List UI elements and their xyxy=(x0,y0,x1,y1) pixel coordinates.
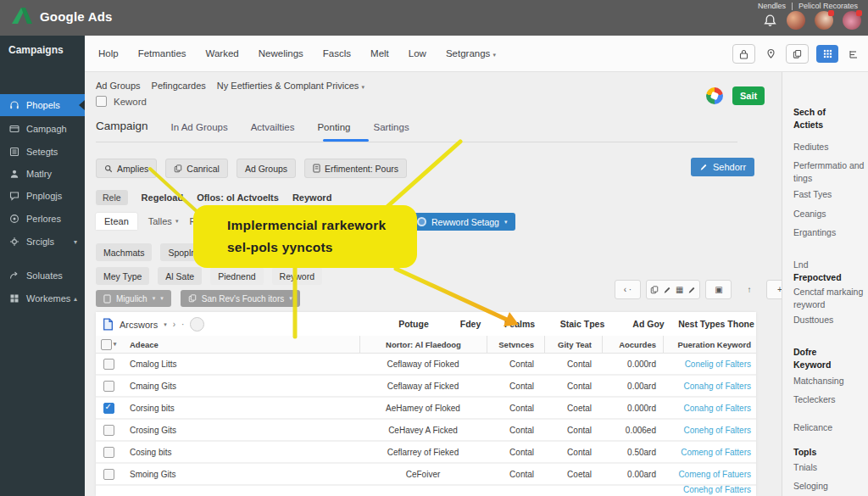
row-link[interactable]: Conahg of Falters xyxy=(684,382,752,391)
row-link[interactable]: Conehg of Falters xyxy=(684,426,752,435)
row-checkbox[interactable] xyxy=(103,425,114,436)
column-staic-tpes[interactable]: Staic Tpes xyxy=(560,319,605,329)
frame-button[interactable]: ▣ xyxy=(705,280,732,299)
column-ad-goy[interactable]: Ad Goy xyxy=(632,319,664,329)
menu-item-newelings[interactable]: Newelings xyxy=(259,48,303,59)
migulich-button[interactable]: Migulich ▾ ▾ xyxy=(96,290,171,307)
machmats-chip[interactable]: Machmats xyxy=(96,243,152,261)
column-nest-types[interactable]: Nest Types Thone xyxy=(678,319,754,329)
footer-link[interactable]: Conehg of Fatters xyxy=(683,485,751,494)
rp-item-tnials[interactable]: Tnials xyxy=(793,461,817,474)
rp-item-rediutes[interactable]: Rediutes xyxy=(793,141,828,153)
al-sate-chip[interactable]: Al Sate xyxy=(158,267,202,285)
rp-item-ergantings[interactable]: Ergantings xyxy=(793,226,836,239)
menu-item-warked[interactable]: Warked xyxy=(206,48,239,59)
apps-grid-button[interactable] xyxy=(816,45,838,63)
pin-button[interactable] xyxy=(763,45,778,63)
rp-item-lnd[interactable]: Lnd xyxy=(793,259,809,271)
column-aocurdes[interactable]: Aocurdes xyxy=(602,336,663,353)
sait-button[interactable]: Sait xyxy=(732,86,765,105)
avatar[interactable] xyxy=(787,11,805,30)
breadcrumb-privices-dropdown[interactable]: Ny Eetfierties & Complant Privices ▾ xyxy=(217,81,364,91)
amplies-chip[interactable]: Amplies xyxy=(96,159,157,178)
tab-ponting[interactable]: Ponting xyxy=(317,122,350,140)
rp-item-matchansing[interactable]: Matchansing xyxy=(793,375,844,387)
talles-dropdown[interactable]: Talles▾ xyxy=(148,216,179,226)
sidebar-item-pnplogjs[interactable]: Pnplogjs xyxy=(0,185,85,207)
rp-item-relicance[interactable]: Relicance xyxy=(793,421,832,434)
avatar[interactable] xyxy=(815,11,833,30)
sidebar-item-soluates[interactable]: Soluates xyxy=(0,265,85,287)
menu-item-holp[interactable]: Holp xyxy=(98,48,119,59)
rp-item-cenctaf[interactable]: Cenctaf markaing reyword xyxy=(793,286,863,311)
reyword-chip[interactable]: Reyword xyxy=(272,267,322,285)
sidebar-item-campagh[interactable]: Campagh xyxy=(0,118,85,140)
menu-dropdown-setgrangs[interactable]: Setgrangs ▾ xyxy=(446,48,496,59)
keword-checkbox[interactable] xyxy=(96,96,107,107)
rp-item-ceanigs[interactable]: Ceanigs xyxy=(793,208,826,220)
column-potuge[interactable]: Potuge xyxy=(398,319,429,329)
rp-item-tecleckers[interactable]: Tecleckers xyxy=(793,393,836,406)
column-fdey[interactable]: Fdey xyxy=(460,319,481,329)
regeload-filter[interactable]: Regeload xyxy=(142,192,184,203)
sidebar-item-srcigls[interactable]: Srcigls ▾ xyxy=(0,231,85,253)
rp-item-topls[interactable]: Topls xyxy=(793,446,816,459)
column-fealms[interactable]: Fealms xyxy=(504,319,535,329)
rp-item-frepoctved[interactable]: Frepoctved xyxy=(793,271,842,284)
canrical-chip[interactable]: Canrical xyxy=(165,159,228,178)
bell-icon[interactable] xyxy=(763,14,777,28)
column-adeace[interactable]: Adeace xyxy=(121,336,359,353)
sidebar-item-setegts[interactable]: Setegts xyxy=(0,141,85,163)
column-pueration[interactable]: Pueration Keyword xyxy=(663,336,756,353)
column-setvnces[interactable]: Setvnces xyxy=(487,336,544,353)
breadcrumb-pefingcardes[interactable]: Pefingcardes xyxy=(152,81,206,91)
copy-button[interactable] xyxy=(786,44,809,64)
row-link[interactable]: Comeng of Fatters xyxy=(681,448,751,457)
menu-item-melt[interactable]: Melt xyxy=(370,48,389,59)
row-checkbox[interactable] xyxy=(103,381,114,392)
account-secondary[interactable]: Pelicol Recorates xyxy=(798,2,858,10)
rp-item-sech-of-actiets[interactable]: Sech of Actiets xyxy=(793,106,826,131)
reyword-filter[interactable]: Reyword xyxy=(292,192,331,203)
edit-tools-group[interactable]: ▦ xyxy=(646,280,700,299)
circle-button[interactable] xyxy=(190,317,204,332)
ad-groups-chip[interactable]: Ad Groups xyxy=(236,159,296,178)
rele-chip[interactable]: Rele xyxy=(96,190,128,205)
piednend-chip[interactable]: Piednend xyxy=(210,267,263,285)
tab-actvailties[interactable]: Actvailties xyxy=(251,122,295,140)
account-primary[interactable]: Nendles xyxy=(758,2,786,10)
column-gity-teat[interactable]: Gity Teat xyxy=(544,336,602,353)
rp-item-fast-tyes[interactable]: Fast Tyes xyxy=(793,188,832,201)
sidebar-item-phopels[interactable]: Phopels xyxy=(0,94,85,116)
rp-item-perfermmatio[interactable]: Perfermmatio and tings xyxy=(793,159,864,185)
rewword-setagg-button[interactable]: Rewword Setagg ▾ xyxy=(409,213,515,231)
san-revs-button[interactable]: San Rev's Fouch itors ▾ xyxy=(181,290,300,307)
breadcrumb-ad-groups[interactable]: Ad Groups xyxy=(96,81,141,91)
upload-button[interactable]: ↑ xyxy=(737,281,761,298)
etean-view-tab[interactable]: Etean xyxy=(96,213,137,230)
row-checkbox[interactable] xyxy=(103,447,114,458)
row-link[interactable]: Conahg of Falters xyxy=(684,404,752,413)
column-nortor[interactable]: Nortor: Al Flaedoog xyxy=(359,336,487,353)
sidebar-item-perlores[interactable]: Perlores xyxy=(0,208,85,230)
row-link[interactable]: Comeng of Fatuers xyxy=(678,470,751,479)
sehdorr-button[interactable]: Sehdorr xyxy=(691,158,754,176)
google-multicolor-icon[interactable] xyxy=(706,87,723,104)
menu-item-fetmanties[interactable]: Fetmanties xyxy=(138,48,186,59)
row-checkbox[interactable] xyxy=(103,359,114,370)
row-checkbox[interactable] xyxy=(103,403,114,414)
select-all-checkbox[interactable] xyxy=(101,339,112,350)
sidebar-item-matlry[interactable]: Matlry xyxy=(0,163,85,185)
mey-type-chip[interactable]: Mey Type xyxy=(96,267,149,285)
oflos-filter[interactable]: Oflos: ol Actvoelts xyxy=(197,192,279,203)
lock-button[interactable] xyxy=(732,44,755,64)
erfimentent-chip[interactable]: Erfimentent: Pours xyxy=(304,159,407,178)
rp-item-dusttoues[interactable]: Dusttoues xyxy=(793,314,833,326)
menu-item-fascls[interactable]: Fascls xyxy=(323,48,351,59)
tab-campaign[interactable]: Campaign xyxy=(96,120,148,140)
rp-item-dofre-keyword[interactable]: Dofre Keyword xyxy=(793,346,831,371)
rp-item-seloging[interactable]: Seloging xyxy=(793,480,828,493)
tab-sartings[interactable]: Sartings xyxy=(373,122,409,140)
chevron-right-icon[interactable]: › xyxy=(173,320,175,329)
flow-list-button[interactable] xyxy=(846,45,861,63)
